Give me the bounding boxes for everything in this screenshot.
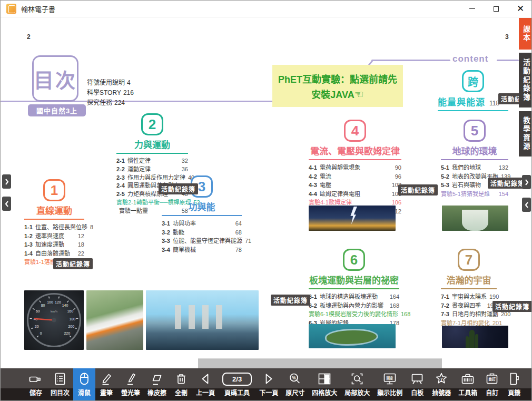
toolbar-item-zoom-percent[interactable]: % 原尺寸: [282, 368, 308, 400]
decorative-line: [497, 60, 519, 61]
tab-activity-book[interactable]: 活動紀錄簿: [519, 53, 532, 107]
phet-notice[interactable]: PhET互動實驗：點選前請先 安裝JAVA☜: [272, 65, 403, 107]
toc-entry[interactable]: 4-1 電荷與靜電現象 90: [309, 163, 401, 172]
toolbar-item-highlighter[interactable]: 螢光筆: [117, 368, 144, 400]
title-bar: 翰林電子書 ✕: [1, 1, 532, 17]
toc-entry[interactable]: 2-2 運動定律 36: [116, 165, 188, 174]
toc-entry[interactable]: 1-4 自由落體運動 22: [24, 249, 84, 258]
chapter-4-number-icon: 4: [344, 120, 366, 142]
front-matter-list: 符號使用說明 4 科學STORY 216 探究任務 224: [87, 78, 134, 108]
chapter-rule: [438, 110, 508, 111]
region-zoom-icon: [350, 370, 364, 388]
chapter-7-block: 7 浩瀚的宇宙 7-1 宇宙與太陽系 190 7-2 晝夜與四季 196 7-3…: [441, 249, 497, 336]
speedometer-photo: 020406080100120140160180200220km/h: [24, 290, 84, 350]
horizontal-scrollbar[interactable]: [198, 358, 442, 369]
toc-entry[interactable]: 4-4 歐姆定律與電阻 105: [309, 190, 401, 199]
toc-entry[interactable]: 實驗6-1 模擬岩層受力後的變化情形 168: [309, 310, 399, 319]
toolbar-item-next-page[interactable]: 下一頁: [255, 368, 282, 400]
toolbar-item-prev-page[interactable]: 上一頁: [192, 368, 219, 400]
close-button[interactable]: ✕: [508, 1, 532, 17]
chevron-left-icon: [524, 201, 529, 209]
left-edge-back-button[interactable]: [2, 197, 11, 211]
activity-book-badge[interactable]: 活動紀錄簿: [492, 301, 532, 312]
tab-teaching-resources[interactable]: 教學資源: [519, 111, 532, 157]
chapter-4-title[interactable]: 電流、電壓與歐姆定律: [309, 144, 401, 157]
toolbar-item-region-zoom[interactable]: 局部放大: [341, 368, 373, 400]
left-edge-forward-button[interactable]: [2, 174, 11, 189]
front-matter-entry[interactable]: 探究任務 224: [87, 98, 134, 108]
chapter-1-title[interactable]: 直線運動: [24, 203, 84, 217]
toolbar-item-star-number[interactable]: 7 抽號器: [428, 368, 455, 400]
chapter-3-title[interactable]: 功與能: [162, 200, 242, 213]
toc-entry[interactable]: 1-2 速率與速度 12: [24, 232, 84, 241]
svg-text:160: 160: [67, 309, 73, 313]
activity-book-badge[interactable]: 活動紀錄簿: [271, 295, 310, 306]
chapter-6-title[interactable]: 板塊運動與岩層的祕密: [309, 273, 399, 286]
activity-book-badge[interactable]: 活動紀錄簿: [398, 184, 438, 195]
phet-notice-line2: 安裝JAVA☜: [311, 87, 363, 101]
svg-text:20: 20: [35, 325, 39, 328]
chapter-5-title[interactable]: 地球的環境: [441, 144, 508, 157]
mouse-icon: [77, 370, 92, 388]
page-indicator: 2/3: [222, 373, 252, 386]
chapter-cross-title[interactable]: 能量與能源: [438, 95, 485, 108]
chapter-2-title[interactable]: 力與運動: [116, 138, 188, 151]
toc-entry[interactable]: 5-1 我們的地球 132: [441, 163, 508, 172]
toolbar-item-page-number-box[interactable]: 2/3 頁碼工具: [219, 368, 255, 400]
maximize-button[interactable]: [484, 1, 508, 17]
four-grid-icon: [317, 370, 332, 388]
toolbar-item-eraser[interactable]: 橡皮擦: [144, 368, 170, 400]
toc-entry[interactable]: 7-2 晝夜與四季 196: [441, 301, 497, 310]
toolbar-item-pen[interactable]: 畫筆: [95, 368, 117, 400]
toolbar-item-toc[interactable]: 回目次: [47, 368, 73, 400]
toc-entry[interactable]: 3-4 簡單機械 78: [162, 246, 242, 255]
toolbar-item-toolbox[interactable]: 工具箱: [455, 368, 481, 400]
toc-entry[interactable]: 3-2 動能 68: [162, 228, 242, 237]
toc-entry[interactable]: 3-1 功與功率 64: [162, 219, 242, 228]
toolbar-item-whiteboard[interactable]: 白板: [406, 368, 428, 400]
right-edge-back-button[interactable]: [522, 198, 531, 212]
usb-save-icon: [28, 370, 43, 388]
toolbar-item-custom[interactable]: 自訂 自訂: [481, 368, 503, 400]
svg-text:%: %: [292, 375, 296, 380]
toolbar-item-mouse[interactable]: 滑鼠: [73, 368, 95, 400]
chapter-5-number-icon: 5: [464, 120, 486, 142]
tab-textbook[interactable]: 課本: [519, 18, 532, 50]
chapter-7-title[interactable]: 浩瀚的宇宙: [441, 273, 497, 286]
front-matter-entry[interactable]: 科學STORY 216: [87, 88, 134, 98]
page-number-box: 2/3: [222, 370, 252, 388]
toc-entry[interactable]: 實驗5-1 猜猜我是誰 154: [441, 190, 508, 199]
svg-text:km/h: km/h: [51, 310, 57, 313]
content-label: content: [452, 54, 488, 64]
right-page-number: 3: [505, 33, 509, 41]
chapter-rule: [309, 159, 401, 160]
activity-book-badge[interactable]: 活動紀錄簿: [488, 178, 527, 189]
toc-entry[interactable]: 4-3 電壓 102: [309, 181, 401, 190]
toc-entry[interactable]: 3-3 位能、能量守恆定律與能源 71: [162, 237, 242, 246]
toc-entry[interactable]: 4-2 電流 96: [309, 172, 401, 181]
toc-entry[interactable]: 7-3 日地月的相對運動 200: [441, 310, 497, 319]
toc-title: 目次: [34, 64, 77, 93]
toc-entry[interactable]: 2-1 慣性定律 32: [116, 157, 188, 165]
toolbar-item-trash[interactable]: 全刪: [170, 368, 192, 400]
toc-entry[interactable]: 1-1 位置、路徑長與位移 8: [24, 223, 84, 232]
eraser-icon: [150, 370, 164, 388]
front-matter-entry[interactable]: 符號使用說明 4: [87, 78, 134, 88]
right-edge-forward-button[interactable]: [522, 175, 531, 189]
minimize-button[interactable]: [460, 1, 484, 17]
activity-book-badge[interactable]: 活動紀錄簿: [53, 258, 93, 269]
svg-text:120: 120: [55, 300, 61, 304]
toolbar-item-bookmark[interactable]: 頁籤: [503, 368, 525, 400]
chapter-1-block: 1 直線運動 1-1 位置、路徑長與位移 8 1-2 速率與速度 12 1-3 …: [24, 179, 84, 267]
toc-entry[interactable]: 1-3 加速度運動 18: [24, 240, 84, 249]
toc-entry[interactable]: 6-2 板塊運動與內營力的影響 168: [309, 301, 399, 310]
toolbar-item-display-ratio[interactable]: 固定 顯示比例: [373, 368, 406, 400]
power-plant-photo: [146, 290, 259, 350]
svg-text:80: 80: [41, 304, 45, 307]
toc-entry[interactable]: 7-1 宇宙與太陽系 190: [441, 292, 497, 301]
toolbar-item-usb-save[interactable]: 儲存: [25, 368, 47, 400]
activity-book-badge[interactable]: 活動紀錄簿: [159, 183, 198, 194]
prev-page-icon: [198, 370, 213, 388]
toc-entry[interactable]: 6-1 地球的構造與板塊運動 164: [309, 292, 399, 301]
toolbar-item-four-grid[interactable]: 四格放大: [308, 368, 341, 400]
